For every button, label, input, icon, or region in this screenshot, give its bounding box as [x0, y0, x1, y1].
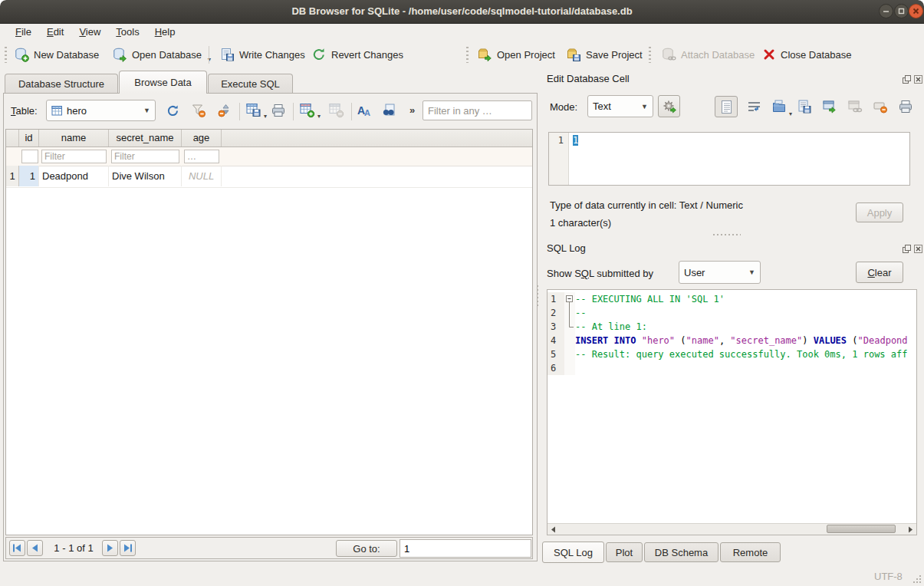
close-dock-icon[interactable]: [914, 245, 922, 253]
close-database-button[interactable]: Close Database: [758, 44, 857, 65]
column-header-name[interactable]: name: [39, 130, 109, 146]
clear-sorting-button[interactable]: [215, 100, 235, 120]
edit-display-format-button[interactable]: A A: [354, 100, 374, 120]
filter-input-age[interactable]: [184, 150, 219, 163]
bottom-tab-db-schema[interactable]: DB Schema: [644, 542, 718, 562]
scroll-right-arrow-icon[interactable]: [905, 524, 916, 535]
fold-collapse-icon: [564, 292, 575, 306]
set-null-button[interactable]: [869, 96, 892, 117]
table-selector[interactable]: hero ▼: [46, 100, 156, 121]
clear-filters-button[interactable]: [189, 100, 209, 120]
menu-help[interactable]: Help: [147, 24, 183, 40]
save-table-icon: [245, 102, 262, 119]
mode-selector[interactable]: Text ▼: [587, 95, 653, 117]
toolbar-drag-handle[interactable]: [466, 47, 469, 63]
dock-splitter-handle[interactable]: [713, 234, 741, 235]
main-splitter-handle[interactable]: [537, 285, 538, 307]
last-record-button[interactable]: [120, 540, 136, 556]
word-wrap-button[interactable]: [742, 96, 765, 117]
toolbar-overflow-chevron[interactable]: »: [409, 104, 415, 116]
clear-sort-icon: [217, 103, 232, 118]
open-project-button[interactable]: Open Project: [472, 44, 560, 65]
bottom-tab-plot[interactable]: Plot: [606, 542, 643, 562]
write-changes-button[interactable]: Write Changes: [215, 44, 310, 65]
show-sql-selector[interactable]: User ▼: [679, 261, 761, 284]
float-dock-icon[interactable]: [903, 245, 911, 253]
data-grid: id name secret_name age 1 1 Deadpond Div…: [5, 129, 533, 535]
save-project-button[interactable]: Save Project: [561, 44, 647, 65]
fold-marker[interactable]: [564, 292, 575, 306]
import-data-button[interactable]: ▾: [768, 96, 791, 117]
print-table-button[interactable]: [268, 100, 288, 120]
insert-record-button[interactable]: ▾: [298, 100, 317, 120]
new-database-button[interactable]: New Database: [9, 44, 104, 65]
open-database-button[interactable]: Open Database ▾: [107, 44, 215, 65]
menu-view[interactable]: View: [71, 24, 108, 40]
grid-corner-cell[interactable]: [6, 130, 19, 146]
import-data-dropdown-icon[interactable]: ▾: [789, 110, 792, 120]
tab-execute-sql[interactable]: Execute SQL: [208, 74, 293, 94]
first-record-button[interactable]: [9, 540, 25, 556]
refresh-button[interactable]: [163, 100, 182, 120]
scroll-left-arrow-icon[interactable]: [547, 524, 559, 535]
scrollbar-handle[interactable]: [827, 525, 896, 533]
svg-text:A: A: [364, 108, 370, 117]
print-cell-button[interactable]: [894, 96, 917, 117]
cell-name[interactable]: Deadpond: [39, 166, 109, 186]
filter-input-secret-name[interactable]: [111, 150, 179, 163]
cell-age[interactable]: NULL: [182, 166, 222, 186]
column-header-age[interactable]: age: [182, 130, 222, 146]
minimize-button[interactable]: [879, 4, 893, 18]
close-button[interactable]: [909, 4, 923, 18]
close-dock-icon[interactable]: [914, 75, 922, 84]
toolbar-drag-handle[interactable]: [5, 47, 7, 63]
float-dock-icon[interactable]: [903, 75, 911, 84]
auto-format-button[interactable]: [658, 95, 680, 117]
maximize-button[interactable]: [894, 4, 909, 18]
save-table-dropdown-icon[interactable]: ▾: [264, 113, 267, 122]
next-record-button[interactable]: [102, 540, 118, 556]
tab-execute-sql-label: Execute SQL: [221, 78, 280, 90]
export-data-button[interactable]: [793, 96, 816, 117]
filter-input-name[interactable]: [41, 150, 107, 163]
open-database-icon: [112, 47, 127, 62]
column-header-secret-name[interactable]: secret_name: [109, 130, 182, 146]
clear-log-button[interactable]: Clear: [856, 262, 903, 283]
cell-id[interactable]: 1: [19, 166, 39, 186]
find-in-table-button[interactable]: [379, 100, 399, 120]
title-bar[interactable]: DB Browser for SQLite - /home/user/code/…: [0, 0, 924, 24]
filter-input-id[interactable]: [21, 150, 38, 163]
menu-edit[interactable]: Edit: [39, 24, 71, 40]
log-line-text: INSERT INTO "hero" ("name", "secret_name…: [575, 334, 908, 347]
maximize-icon: [895, 5, 908, 18]
row-number-cell[interactable]: 1: [6, 166, 19, 186]
sql-log-hscrollbar[interactable]: [547, 523, 916, 535]
cell-secret-name[interactable]: Dive Wilson: [109, 166, 182, 186]
text-mode-button[interactable]: [715, 96, 738, 117]
word-wrap-icon: [747, 100, 761, 114]
cell-editor[interactable]: 1 1: [548, 132, 910, 186]
tab-database-structure[interactable]: Database Structure: [5, 74, 118, 94]
goto-button[interactable]: Go to:: [336, 540, 397, 557]
revert-changes-button[interactable]: Revert Changes: [307, 44, 408, 65]
sql-log-view[interactable]: 1-- EXECUTING ALL IN 'SQL 1'2--3-- At li…: [547, 289, 917, 535]
log-line-text: --: [575, 306, 586, 320]
goto-record-input[interactable]: [400, 539, 531, 558]
filter-any-column-input[interactable]: [423, 100, 532, 120]
save-table-button[interactable]: ▾: [244, 100, 264, 120]
previous-record-button[interactable]: [27, 540, 43, 556]
toolbar-drag-handle[interactable]: [649, 47, 651, 63]
bottom-tab-remote[interactable]: Remote: [720, 542, 781, 562]
open-external-button[interactable]: [818, 96, 841, 117]
menu-tools[interactable]: Tools: [108, 24, 146, 40]
column-header-id[interactable]: id: [19, 130, 39, 146]
write-changes-label: Write Changes: [239, 49, 305, 61]
close-icon: [909, 5, 922, 18]
tab-browse-data[interactable]: Browse Data: [119, 71, 207, 94]
menu-file[interactable]: File: [8, 24, 39, 40]
bottom-tab-sql-log[interactable]: SQL Log: [542, 542, 604, 563]
cell-editor-content[interactable]: 1: [569, 133, 578, 185]
resize-grip[interactable]: [912, 574, 922, 584]
save-project-icon: [566, 47, 581, 62]
insert-record-dropdown-icon[interactable]: ▾: [317, 113, 321, 122]
